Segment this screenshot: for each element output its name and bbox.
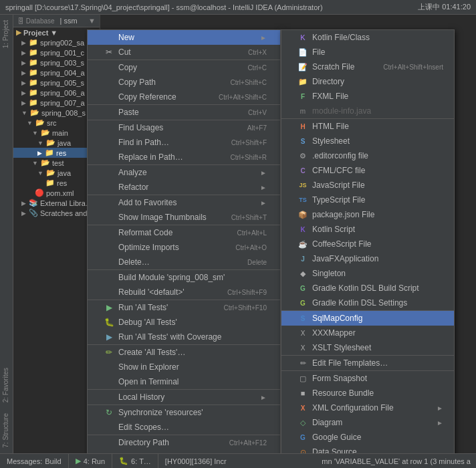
menu-item-debug-all-tests[interactable]: 🐛 Debug 'All Tests' — [88, 315, 280, 330]
menu-item-open-in-terminal[interactable]: Open in Terminal — [88, 374, 280, 390]
menu-item-show-thumbnails[interactable]: Show Image Thumbnails Ctrl+Shift+T — [88, 210, 280, 225]
menu-item-edit-scopes[interactable]: Edit Scopes… — [88, 420, 280, 435]
submenu-item-coffeescript[interactable]: ☕ CoffeeScript File — [281, 237, 454, 251]
submenu-item-fxml[interactable]: F FXML File — [281, 89, 454, 104]
submenu-item-xml-config[interactable]: X XML Configuration File ► — [281, 400, 454, 415]
menu-item-delete[interactable]: Delete… Delete — [88, 255, 280, 270]
menu-item-paste[interactable]: Paste Ctrl+V — [88, 105, 280, 120]
javafx-icon: J — [298, 253, 308, 264]
submenu-item-js[interactable]: JS JavaScript File — [281, 178, 454, 193]
menu-item-analyze[interactable]: Analyze ► — [88, 165, 280, 180]
coverage-icon: ▶ — [104, 332, 114, 342]
folder-icon: 📁 — [45, 179, 55, 187]
debug-icon: 🐛 — [104, 317, 114, 328]
module-info-icon: m — [298, 106, 308, 116]
submenu-item-label: HTML File — [312, 122, 349, 131]
favorites-icon — [104, 197, 114, 208]
arrow-icon: ► — [260, 169, 267, 177]
menu-item-copy-path[interactable]: Copy Path Ctrl+Shift+C — [88, 75, 280, 90]
submenu-item-label: Form Snapshot — [312, 374, 367, 383]
menu-item-run-all-tests[interactable]: ▶ Run 'All Tests' Ctrl+Shift+F10 — [88, 300, 280, 315]
run-icon: ▶ — [104, 302, 114, 313]
submenu-item-html[interactable]: H HTML File — [281, 119, 454, 134]
submenu-item-kotlin-script[interactable]: K Kotlin Script — [281, 222, 454, 237]
menu-item-directory-path[interactable]: Directory Path Ctrl+Alt+F12 — [88, 435, 280, 450]
folder-icon: 📚 — [29, 199, 38, 207]
submenu-item-gradle-kotlin-settings[interactable]: G Gradle Kotlin DSL Settings — [281, 296, 454, 311]
menu-item-optimize-imports[interactable]: Optimize Imports Ctrl+Alt+O — [88, 240, 280, 255]
submenu-item-singleton[interactable]: ◆ Singleton — [281, 266, 454, 281]
menu-item-find-in-path[interactable]: Find in Path… Ctrl+Shift+F — [88, 135, 280, 150]
status-tab-test[interactable]: 🐛 6: T… — [112, 454, 158, 468]
menu-item-label: Run 'All Tests' — [118, 303, 168, 312]
submenu-item-scratch-file[interactable]: 📝 Scratch File Ctrl+Alt+Shift+Insert — [281, 60, 454, 74]
menu-item-local-history[interactable]: Local History ► — [88, 390, 280, 405]
submenu-item-google-guice[interactable]: G Google Guice — [281, 430, 454, 445]
menu-item-reformat[interactable]: Reformat Code Ctrl+Alt+L — [88, 225, 280, 240]
menu-item-cut[interactable]: ✂ Cut Ctrl+X — [88, 45, 280, 60]
ssm-label: | ssm — [60, 17, 78, 25]
menu-item-copy-reference[interactable]: Copy Reference Ctrl+Alt+Shift+C — [88, 90, 280, 105]
sidebar-item-project[interactable]: 1: Project — [0, 15, 13, 53]
submenu-item-package-json[interactable]: 📦 package.json File — [281, 207, 454, 222]
submenu-item-gradle-kotlin-build[interactable]: G Gradle Kotlin DSL Build Script — [281, 281, 454, 296]
submenu-item-javafx[interactable]: J JavaFXApplication — [281, 251, 454, 266]
menu-item-create-all-tests[interactable]: ✏ Create 'All Tests'… — [88, 345, 280, 360]
menu-item-add-to-favorites[interactable]: Add to Favorites ► — [88, 195, 280, 210]
submenu-item-file[interactable]: 📄 File — [281, 45, 454, 60]
shortcut-label: Ctrl+Alt+O — [235, 244, 267, 251]
menu-item-synchronize[interactable]: ↻ Synchronize 'resources' — [88, 405, 280, 420]
menu-item-run-all-with-coverage[interactable]: ▶ Run 'All Tests' with Coverage — [88, 330, 280, 345]
submenu-item-label: JavaFXApplication — [312, 254, 378, 263]
dir-path-icon — [104, 437, 114, 448]
sidebar-item-favorites[interactable]: 2: Favorites — [0, 362, 13, 408]
submenu-item-label: package.json File — [312, 210, 374, 219]
submenu-item-label: TypeScript File — [312, 195, 365, 205]
submenu-item-directory[interactable]: 📁 Directory — [281, 74, 454, 89]
arrow-icon: ▼ — [37, 140, 43, 146]
project-dropdown-icon[interactable]: ▼ — [88, 17, 96, 25]
database-label: 🗄 Database — [17, 17, 55, 25]
submenu-item-xslt[interactable]: X XSLT Stylesheet — [281, 340, 454, 356]
menu-item-new[interactable]: New ► — [88, 30, 280, 45]
submenu-item-ts[interactable]: TS TypeScript File — [281, 193, 454, 207]
shortcut-label: Ctrl+Shift+F — [231, 139, 267, 146]
main-context-menu: New ► ✂ Cut Ctrl+X Copy Ctrl+C Copy Path… — [87, 29, 281, 468]
folder-icon: 📂 — [46, 168, 55, 177]
menu-item-refactor[interactable]: Refactor ► — [88, 180, 280, 195]
submenu-item-diagram[interactable]: ◇ Diagram ► — [281, 415, 454, 430]
title-text: springall [D:\course\17.Spring\04_projec… — [5, 3, 323, 11]
status-tab-run[interactable]: ▶ 4: Run — [69, 454, 112, 468]
submenu-item-kotlin-file[interactable]: K Kotlin File/Class — [281, 30, 454, 45]
menu-item-copy[interactable]: Copy Ctrl+C — [88, 60, 280, 75]
submenu-item-label: Kotlin Script — [312, 225, 355, 234]
menu-item-rebuild[interactable]: Rebuild '<default>' Ctrl+Shift+F9 — [88, 285, 280, 300]
copy-path-icon — [104, 77, 114, 88]
submenu-item-resource-bundle[interactable]: ■ Resource Bundle — [281, 386, 454, 400]
menu-item-label: Replace in Path… — [118, 152, 183, 162]
menu-item-find-usages[interactable]: Find Usages Alt+F7 — [88, 120, 280, 135]
submenu-item-stylesheet[interactable]: S Stylesheet — [281, 134, 454, 148]
sidebar-item-structure[interactable]: 7: Structure — [0, 408, 13, 453]
submenu-item-label: Stylesheet — [312, 136, 350, 146]
submenu-item-xxxmapper[interactable]: X XXXMapper — [281, 326, 454, 340]
shortcut-label: Alt+F7 — [247, 124, 267, 132]
submenu-item-label: FXML File — [312, 92, 348, 101]
submenu-item-label: Scratch File — [312, 62, 354, 72]
submenu-item-form-snapshot[interactable]: ▢ Form Snapshot — [281, 371, 454, 386]
menu-item-label: Paste — [118, 108, 139, 117]
submenu-item-edit-file-templates[interactable]: ✏ Edit File Templates… — [281, 356, 454, 371]
find-usages-icon — [104, 122, 114, 133]
menu-item-replace-in-path[interactable]: Replace in Path… Ctrl+Shift+R — [88, 150, 280, 165]
menu-item-label: Debug 'All Tests' — [118, 318, 177, 327]
tree-item-label: java — [57, 169, 71, 177]
status-tab-messages[interactable]: Messages: Build — [0, 454, 69, 468]
submenu-item-editorconfig[interactable]: ⚙ .editorconfig file — [281, 148, 454, 163]
submenu-item-cfml[interactable]: C CFML/CFC file — [281, 163, 454, 178]
menu-item-build-module[interactable]: Build Module 'spring_008_sm' — [88, 270, 280, 285]
menu-item-show-in-explorer[interactable]: Show in Explorer — [88, 360, 280, 374]
delete-icon — [104, 257, 114, 267]
create-tests-icon: ✏ — [104, 347, 114, 358]
submenu-item-sqlmap-config[interactable]: S SqlMapConfig — [281, 311, 454, 326]
menu-item-label: Find Usages — [118, 123, 163, 132]
